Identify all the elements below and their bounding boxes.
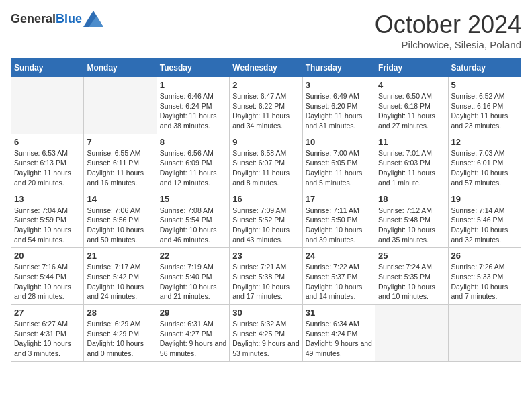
day-info: Sunrise: 7:26 AM Sunset: 5:33 PM Dayligh… — [451, 262, 518, 302]
calendar-cell: 3Sunrise: 6:49 AM Sunset: 6:20 PM Daylig… — [302, 77, 375, 134]
day-info: Sunrise: 7:17 AM Sunset: 5:42 PM Dayligh… — [87, 262, 153, 302]
logo-blue: Blue — [56, 12, 82, 26]
day-number: 23 — [232, 250, 299, 261]
calendar-body: 1Sunrise: 6:46 AM Sunset: 6:24 PM Daylig… — [11, 77, 521, 362]
calendar-cell: 10Sunrise: 7:00 AM Sunset: 6:05 PM Dayli… — [302, 134, 375, 191]
calendar-cell: 28Sunrise: 6:29 AM Sunset: 4:29 PM Dayli… — [84, 305, 157, 362]
day-number: 9 — [232, 137, 299, 147]
day-info: Sunrise: 6:27 AM Sunset: 4:31 PM Dayligh… — [14, 319, 81, 359]
day-info: Sunrise: 7:06 AM Sunset: 5:56 PM Dayligh… — [87, 205, 153, 245]
calendar-cell: 6Sunrise: 6:53 AM Sunset: 6:13 PM Daylig… — [11, 134, 84, 191]
calendar-table: Sunday Monday Tuesday Wednesday Thursday… — [11, 58, 521, 362]
day-number: 13 — [14, 194, 81, 204]
day-number: 18 — [378, 194, 445, 204]
header-monday: Monday — [84, 59, 157, 77]
calendar-cell: 9Sunrise: 6:58 AM Sunset: 6:07 PM Daylig… — [230, 134, 302, 191]
day-info: Sunrise: 6:34 AM Sunset: 4:24 PM Dayligh… — [306, 319, 372, 359]
calendar-cell: 19Sunrise: 7:14 AM Sunset: 5:46 PM Dayli… — [448, 191, 521, 248]
calendar-cell: 14Sunrise: 7:06 AM Sunset: 5:56 PM Dayli… — [84, 191, 157, 248]
day-info: Sunrise: 6:32 AM Sunset: 4:25 PM Dayligh… — [232, 319, 299, 359]
calendar-cell — [375, 305, 448, 362]
calendar-week-4: 20Sunrise: 7:16 AM Sunset: 5:44 PM Dayli… — [11, 248, 521, 305]
calendar-cell: 18Sunrise: 7:12 AM Sunset: 5:48 PM Dayli… — [375, 191, 448, 248]
calendar-cell: 12Sunrise: 7:03 AM Sunset: 6:01 PM Dayli… — [448, 134, 521, 191]
day-number: 25 — [378, 250, 445, 261]
header-tuesday: Tuesday — [157, 59, 229, 77]
calendar-week-2: 6Sunrise: 6:53 AM Sunset: 6:13 PM Daylig… — [11, 134, 521, 191]
calendar-cell: 31Sunrise: 6:34 AM Sunset: 4:24 PM Dayli… — [302, 305, 375, 362]
day-number: 14 — [87, 194, 153, 204]
calendar-week-3: 13Sunrise: 7:04 AM Sunset: 5:59 PM Dayli… — [11, 191, 521, 248]
day-info: Sunrise: 7:11 AM Sunset: 5:50 PM Dayligh… — [306, 205, 372, 245]
day-info: Sunrise: 7:09 AM Sunset: 5:52 PM Dayligh… — [232, 205, 299, 245]
day-number: 6 — [14, 137, 81, 147]
day-number: 4 — [378, 80, 445, 90]
title-area: October 2024 Pilchowice, Silesia, Poland — [375, 11, 521, 50]
day-info: Sunrise: 7:24 AM Sunset: 5:35 PM Dayligh… — [378, 262, 445, 302]
day-number: 30 — [232, 308, 299, 318]
day-info: Sunrise: 6:55 AM Sunset: 6:11 PM Dayligh… — [87, 148, 153, 188]
day-number: 1 — [160, 80, 226, 90]
header-sunday: Sunday — [11, 59, 84, 77]
day-number: 29 — [160, 308, 226, 318]
day-info: Sunrise: 7:08 AM Sunset: 5:54 PM Dayligh… — [160, 205, 226, 245]
day-info: Sunrise: 6:52 AM Sunset: 6:16 PM Dayligh… — [451, 91, 518, 131]
calendar-week-1: 1Sunrise: 6:46 AM Sunset: 6:24 PM Daylig… — [11, 77, 521, 134]
day-info: Sunrise: 7:00 AM Sunset: 6:05 PM Dayligh… — [306, 148, 372, 188]
header: GeneralBlue October 2024 Pilchowice, Sil… — [11, 11, 521, 50]
day-number: 22 — [160, 250, 226, 261]
day-number: 15 — [160, 194, 226, 204]
calendar-cell: 27Sunrise: 6:27 AM Sunset: 4:31 PM Dayli… — [11, 305, 84, 362]
day-info: Sunrise: 6:50 AM Sunset: 6:18 PM Dayligh… — [378, 91, 445, 131]
day-info: Sunrise: 6:53 AM Sunset: 6:13 PM Dayligh… — [14, 148, 81, 188]
calendar-cell: 23Sunrise: 7:21 AM Sunset: 5:38 PM Dayli… — [230, 248, 302, 305]
logo-icon — [83, 11, 103, 27]
day-info: Sunrise: 6:29 AM Sunset: 4:29 PM Dayligh… — [87, 319, 153, 359]
calendar-cell — [448, 305, 521, 362]
calendar-cell: 22Sunrise: 7:19 AM Sunset: 5:40 PM Dayli… — [157, 248, 229, 305]
location-subtitle: Pilchowice, Silesia, Poland — [375, 39, 521, 50]
day-info: Sunrise: 7:03 AM Sunset: 6:01 PM Dayligh… — [451, 148, 518, 188]
logo: GeneralBlue — [11, 11, 103, 27]
day-info: Sunrise: 6:58 AM Sunset: 6:07 PM Dayligh… — [232, 148, 299, 188]
calendar-cell: 15Sunrise: 7:08 AM Sunset: 5:54 PM Dayli… — [157, 191, 229, 248]
logo-general: General — [11, 12, 56, 26]
day-number: 27 — [14, 308, 81, 318]
calendar-cell: 26Sunrise: 7:26 AM Sunset: 5:33 PM Dayli… — [448, 248, 521, 305]
calendar-cell: 11Sunrise: 7:01 AM Sunset: 6:03 PM Dayli… — [375, 134, 448, 191]
header-thursday: Thursday — [302, 59, 375, 77]
calendar-cell: 13Sunrise: 7:04 AM Sunset: 5:59 PM Dayli… — [11, 191, 84, 248]
day-number: 16 — [232, 194, 299, 204]
day-info: Sunrise: 6:46 AM Sunset: 6:24 PM Dayligh… — [160, 91, 226, 131]
calendar-cell: 24Sunrise: 7:22 AM Sunset: 5:37 PM Dayli… — [302, 248, 375, 305]
day-number: 20 — [14, 250, 81, 261]
day-info: Sunrise: 7:19 AM Sunset: 5:40 PM Dayligh… — [160, 262, 226, 302]
month-title: October 2024 — [375, 11, 521, 39]
calendar-cell: 21Sunrise: 7:17 AM Sunset: 5:42 PM Dayli… — [84, 248, 157, 305]
day-number: 7 — [87, 137, 153, 147]
calendar-cell — [11, 77, 84, 134]
day-number: 12 — [451, 137, 518, 147]
day-number: 28 — [87, 308, 153, 318]
day-number: 5 — [451, 80, 518, 90]
calendar-cell: 30Sunrise: 6:32 AM Sunset: 4:25 PM Dayli… — [230, 305, 302, 362]
day-info: Sunrise: 7:01 AM Sunset: 6:03 PM Dayligh… — [378, 148, 445, 188]
calendar-cell: 29Sunrise: 6:31 AM Sunset: 4:27 PM Dayli… — [157, 305, 229, 362]
day-number: 2 — [232, 80, 299, 90]
calendar-cell — [84, 77, 157, 134]
calendar-cell: 1Sunrise: 6:46 AM Sunset: 6:24 PM Daylig… — [157, 77, 229, 134]
header-friday: Friday — [375, 59, 448, 77]
day-info: Sunrise: 7:04 AM Sunset: 5:59 PM Dayligh… — [14, 205, 81, 245]
calendar-cell: 17Sunrise: 7:11 AM Sunset: 5:50 PM Dayli… — [302, 191, 375, 248]
day-number: 26 — [451, 250, 518, 261]
day-number: 10 — [306, 137, 372, 147]
calendar-cell: 4Sunrise: 6:50 AM Sunset: 6:18 PM Daylig… — [375, 77, 448, 134]
day-info: Sunrise: 7:16 AM Sunset: 5:44 PM Dayligh… — [14, 262, 81, 302]
day-info: Sunrise: 6:47 AM Sunset: 6:22 PM Dayligh… — [232, 91, 299, 131]
calendar-cell: 5Sunrise: 6:52 AM Sunset: 6:16 PM Daylig… — [448, 77, 521, 134]
header-wednesday: Wednesday — [230, 59, 302, 77]
day-number: 24 — [306, 250, 372, 261]
day-info: Sunrise: 7:12 AM Sunset: 5:48 PM Dayligh… — [378, 205, 445, 245]
day-info: Sunrise: 6:49 AM Sunset: 6:20 PM Dayligh… — [306, 91, 372, 131]
day-number: 21 — [87, 250, 153, 261]
